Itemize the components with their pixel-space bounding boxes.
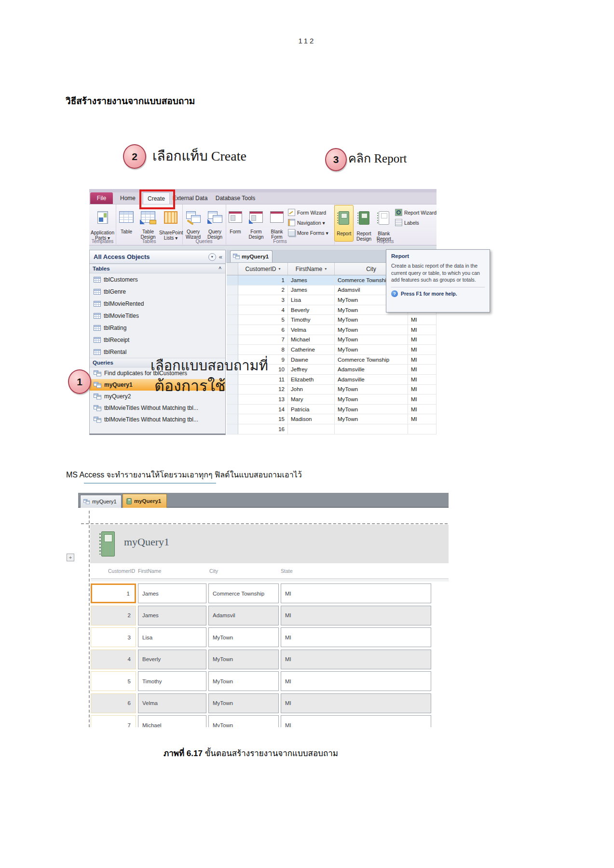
cell-firstname[interactable]: Jeffrey bbox=[288, 365, 335, 375]
report-cell-firstname[interactable]: Velma bbox=[138, 693, 206, 713]
report-cell-firstname[interactable]: Timothy bbox=[138, 671, 206, 691]
blank-form-button[interactable]: Blank Form bbox=[267, 205, 287, 240]
row-selector[interactable] bbox=[227, 414, 238, 424]
query-wizard-button[interactable]: Query Wizard bbox=[182, 205, 204, 240]
collapse-pane-icon[interactable]: « bbox=[219, 253, 222, 260]
cell-city[interactable]: MyTown bbox=[335, 394, 408, 405]
sidebar-item-table[interactable]: tblRating bbox=[90, 322, 225, 334]
tab-file[interactable]: File bbox=[90, 192, 113, 204]
sharepoint-lists-button[interactable]: SharePoint Lists ▾ bbox=[159, 205, 182, 241]
sidebar-item-table[interactable]: tblReceipt bbox=[90, 334, 225, 346]
cell-city[interactable]: Commerce Township bbox=[335, 355, 408, 365]
cell-customerid[interactable]: 2 bbox=[238, 285, 288, 296]
report-logo-icon[interactable] bbox=[101, 531, 115, 556]
sidebar-item-table[interactable]: tblGenre bbox=[90, 285, 225, 298]
cell-state[interactable]: MI bbox=[408, 375, 437, 385]
cell-state[interactable]: MI bbox=[408, 405, 437, 415]
cell-state[interactable]: MI bbox=[408, 345, 437, 355]
report-cell-firstname[interactable]: Beverly bbox=[138, 650, 206, 669]
cell-firstname[interactable]: James bbox=[288, 285, 335, 296]
report-cell-customerid[interactable]: 5 bbox=[91, 671, 136, 691]
application-parts-button[interactable]: Application Parts ▾ bbox=[89, 205, 116, 241]
cell-firstname[interactable]: Patricia bbox=[288, 405, 335, 415]
report-cell-customerid[interactable]: 2 bbox=[91, 606, 136, 625]
report-design-button[interactable]: Report Design bbox=[354, 205, 374, 242]
navigation-button[interactable]: Navigation ▾ bbox=[288, 217, 328, 228]
cell-state[interactable]: MI bbox=[408, 315, 437, 325]
table-row[interactable]: 6 Velma MyTown MI bbox=[227, 325, 437, 335]
cell-customerid[interactable]: 8 bbox=[238, 345, 288, 355]
table-button[interactable]: Table bbox=[116, 205, 137, 241]
cell-customerid[interactable]: 1 bbox=[238, 275, 288, 285]
report-cell-state[interactable]: MI bbox=[281, 715, 431, 727]
cell-state[interactable]: MI bbox=[408, 365, 437, 375]
report-cell-state[interactable]: MI bbox=[281, 583, 431, 603]
report-header-customerid[interactable]: CustomerID bbox=[91, 568, 135, 574]
cell-firstname[interactable] bbox=[288, 424, 335, 434]
tab-myquery1-report[interactable]: myQuery1 bbox=[123, 494, 167, 508]
report-wizard-button[interactable]: Report Wizard bbox=[395, 207, 437, 217]
cell-state[interactable]: MI bbox=[408, 385, 437, 395]
row-selector[interactable] bbox=[227, 385, 238, 395]
row-selector[interactable] bbox=[227, 325, 238, 335]
report-header-city[interactable]: City bbox=[209, 568, 218, 574]
cell-city[interactable] bbox=[335, 424, 408, 434]
cell-customerid[interactable]: 13 bbox=[238, 394, 288, 405]
cell-firstname[interactable]: Lisa bbox=[288, 295, 335, 305]
row-selector[interactable] bbox=[227, 335, 238, 345]
report-cell-customerid[interactable]: 4 bbox=[91, 650, 136, 669]
chevron-down-icon[interactable]: ▾ bbox=[279, 267, 281, 271]
cell-firstname[interactable]: Velma bbox=[288, 325, 335, 335]
report-cell-customerid[interactable]: 3 bbox=[91, 627, 136, 647]
report-cell-firstname[interactable]: Michael bbox=[138, 715, 206, 727]
table-row[interactable]: 7 Michael MyTown MI bbox=[227, 335, 437, 345]
tab-home[interactable]: Home bbox=[115, 192, 141, 204]
sidebar-item-table[interactable]: tblCustomers bbox=[90, 273, 225, 285]
cell-firstname[interactable]: Timothy bbox=[288, 315, 335, 325]
table-row[interactable]: 16 bbox=[227, 424, 437, 434]
cell-state[interactable] bbox=[408, 424, 437, 434]
form-design-button[interactable]: Form Design bbox=[245, 205, 267, 240]
cell-firstname[interactable]: Michael bbox=[288, 335, 335, 345]
report-cell-firstname[interactable]: James bbox=[138, 606, 206, 625]
report-cell-state[interactable]: MI bbox=[281, 693, 431, 713]
cell-state[interactable]: MI bbox=[408, 394, 437, 405]
blank-report-button[interactable]: Blank Report bbox=[374, 205, 394, 242]
cell-firstname[interactable]: Elizabeth bbox=[288, 375, 335, 385]
column-header-firstname[interactable]: FirstName▾ bbox=[288, 263, 335, 275]
select-all-corner[interactable] bbox=[227, 263, 238, 275]
report-cell-firstname[interactable]: Lisa bbox=[138, 627, 206, 647]
cell-state[interactable]: MI bbox=[408, 355, 437, 365]
tab-external-data[interactable]: External Data bbox=[171, 192, 209, 204]
sidebar-item-query[interactable]: tblMovieTitles Without Matching tbl... bbox=[90, 414, 225, 425]
row-selector[interactable] bbox=[227, 275, 238, 285]
row-selector[interactable] bbox=[227, 315, 238, 325]
row-selector[interactable] bbox=[227, 295, 238, 305]
report-cell-city[interactable]: Commerce Township bbox=[208, 583, 279, 603]
layout-move-handle[interactable]: + bbox=[67, 554, 74, 561]
cell-firstname[interactable]: James bbox=[288, 275, 335, 285]
cell-customerid[interactable]: 5 bbox=[238, 315, 288, 325]
sidebar-item-table[interactable]: tblMovieRented bbox=[90, 298, 225, 310]
cell-customerid[interactable]: 12 bbox=[238, 385, 288, 395]
sidebar-item-table[interactable]: tblMovieTitles bbox=[90, 310, 225, 322]
row-selector[interactable] bbox=[227, 285, 238, 296]
row-selector[interactable] bbox=[227, 394, 238, 405]
cell-state[interactable]: MI bbox=[408, 414, 437, 424]
report-header-state[interactable]: State bbox=[281, 568, 293, 574]
report-cell-state[interactable]: MI bbox=[281, 606, 431, 625]
report-button[interactable]: Report bbox=[334, 205, 354, 242]
nav-section-tables[interactable]: Tables ^ bbox=[90, 264, 225, 273]
report-cell-city[interactable]: Adamsvil bbox=[208, 606, 279, 625]
report-cell-customerid[interactable]: 6 bbox=[91, 693, 136, 713]
cell-firstname[interactable]: Dawne bbox=[288, 355, 335, 365]
report-cell-city[interactable]: MyTown bbox=[208, 627, 279, 647]
cell-customerid[interactable]: 15 bbox=[238, 414, 288, 424]
table-row[interactable]: 5 Timothy MyTown MI bbox=[227, 315, 437, 325]
cell-city[interactable]: MyTown bbox=[335, 325, 408, 335]
report-cell-city[interactable]: MyTown bbox=[208, 693, 279, 713]
cell-city[interactable]: Adamsville bbox=[335, 365, 408, 375]
table-row[interactable]: 12 John MyTown MI bbox=[227, 385, 437, 395]
report-cell-city[interactable]: MyTown bbox=[208, 671, 279, 691]
tab-myquery1-datasheet[interactable]: myQuery1 bbox=[230, 250, 273, 262]
